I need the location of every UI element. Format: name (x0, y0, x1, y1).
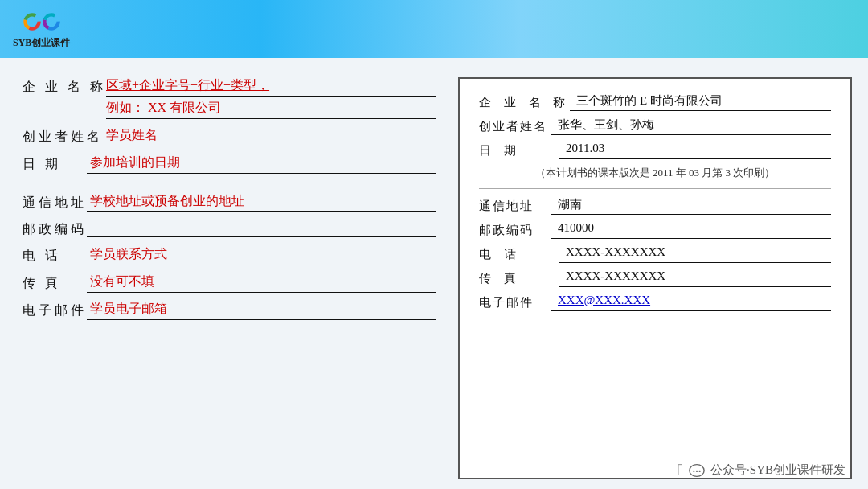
right-email-label: 电子邮件 (479, 295, 551, 310)
right-fax-row: 传 真 XXXX-XXXXXXX (479, 269, 831, 287)
left-postal-value (87, 220, 436, 237)
right-address-row: 通信地址 湖南 (479, 197, 831, 215)
left-phone-label: 电 话 (23, 246, 87, 265)
left-company-label: 企 业 名 称 (23, 77, 106, 96)
left-email-label: 电子邮件 (23, 301, 87, 319)
left-fax-label: 传 真 (23, 273, 87, 292)
right-phone-value: XXXX-XXXXXXX (559, 245, 831, 263)
left-date-row: 日 期 参加培训的日期 (23, 154, 436, 174)
right-email-value: XXX@XXX.XXX (551, 294, 831, 311)
logo-icon (23, 9, 61, 35)
left-fax-row: 传 真 没有可不填 (23, 273, 436, 293)
right-postal-row: 邮政编码 410000 (479, 221, 831, 239)
right-address-label: 通信地址 (479, 199, 551, 214)
wechat-logo-icon (688, 462, 706, 479)
left-company-row: 企 业 名 称 区域+企业字号+行业+类型， 例如： XX 有限公司 (23, 77, 436, 119)
left-entrepreneur-label: 创业者姓名 (23, 127, 103, 146)
left-date-value: 参加培训的日期 (87, 154, 436, 174)
left-postal-label: 邮政编码 (23, 220, 87, 238)
separator (479, 188, 831, 189)
right-company-label: 企 业 名 称 (479, 95, 570, 110)
wechat-icon:  (678, 461, 683, 479)
left-postal-row: 邮政编码 (23, 220, 436, 238)
right-email-row: 电子邮件 XXX@XXX.XXX (479, 294, 831, 311)
left-address-value: 学校地址或预备创业的地址 (87, 193, 436, 212)
right-note: （本计划书的课本版次是 2011 年 03 月第 3 次印刷） (479, 166, 831, 180)
left-entrepreneur-row: 创业者姓名 学员姓名 (23, 127, 436, 146)
left-date-label: 日 期 (23, 154, 87, 173)
logo-text: SYB创业课件 (13, 36, 70, 50)
svg-point-6 (693, 470, 694, 471)
watermark-text: 公众号·SYB创业课件研发 (710, 462, 845, 478)
left-email-value: 学员电子邮箱 (87, 301, 436, 320)
right-date-value: 2011.03 (559, 142, 831, 159)
logo: SYB创业课件 (13, 9, 70, 50)
right-panel: 企 业 名 称 三个斑竹的 E 时尚有限公司 创业者姓名 张华、王剑、孙梅 日 … (458, 77, 852, 479)
right-entrepreneur-label: 创业者姓名 (479, 119, 551, 134)
right-entrepreneur-row: 创业者姓名 张华、王剑、孙梅 (479, 117, 831, 135)
left-fax-value: 没有可不填 (87, 273, 436, 293)
right-entrepreneur-value: 张华、王剑、孙梅 (551, 117, 831, 135)
right-postal-label: 邮政编码 (479, 223, 551, 238)
right-phone-label: 电 话 (479, 247, 559, 262)
left-company-value-line1: 区域+企业字号+行业+类型， (106, 77, 436, 97)
svg-point-8 (699, 470, 701, 471)
left-phone-row: 电 话 学员联系方式 (23, 246, 436, 265)
left-address-row: 通信地址 学校地址或预备创业的地址 (23, 193, 436, 212)
left-email-row: 电子邮件 学员电子邮箱 (23, 301, 436, 320)
left-panel: 企 业 名 称 区域+企业字号+行业+类型， 例如： XX 有限公司 创业者姓名… (16, 77, 442, 479)
right-fax-label: 传 真 (479, 271, 559, 286)
top-bar: SYB创业课件 (0, 0, 868, 58)
right-company-row: 企 业 名 称 三个斑竹的 E 时尚有限公司 (479, 93, 831, 111)
right-postal-value: 410000 (551, 221, 831, 239)
main-content: 企 业 名 称 区域+企业字号+行业+类型， 例如： XX 有限公司 创业者姓名… (0, 58, 868, 489)
right-address-value: 湖南 (551, 197, 831, 215)
left-company-value-line2: 例如： XX 有限公司 (106, 100, 436, 119)
right-phone-row: 电 话 XXXX-XXXXXXX (479, 245, 831, 263)
watermark:  公众号·SYB创业课件研发 (678, 461, 845, 479)
right-fax-value: XXXX-XXXXXXX (559, 269, 831, 287)
left-entrepreneur-value: 学员姓名 (103, 127, 436, 146)
right-company-value: 三个斑竹的 E 时尚有限公司 (570, 93, 831, 111)
svg-point-7 (696, 470, 698, 471)
left-address-label: 通信地址 (23, 193, 87, 212)
right-date-label: 日 期 (479, 143, 559, 158)
left-phone-value: 学员联系方式 (87, 246, 436, 265)
left-company-value-block: 区域+企业字号+行业+类型， 例如： XX 有限公司 (106, 77, 436, 119)
right-date-row: 日 期 2011.03 (479, 142, 831, 159)
